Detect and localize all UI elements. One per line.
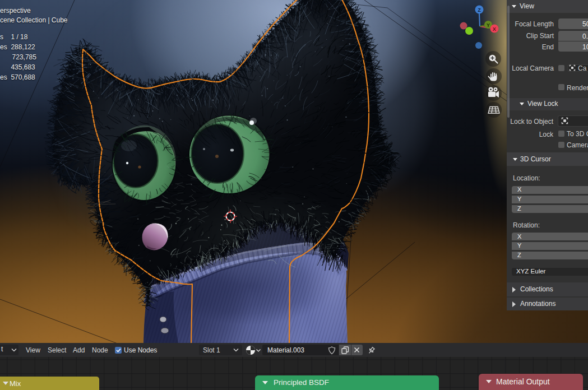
svg-text:Y: Y bbox=[487, 22, 490, 28]
svg-text:Z: Z bbox=[478, 7, 481, 13]
svg-text:X: X bbox=[493, 26, 496, 32]
